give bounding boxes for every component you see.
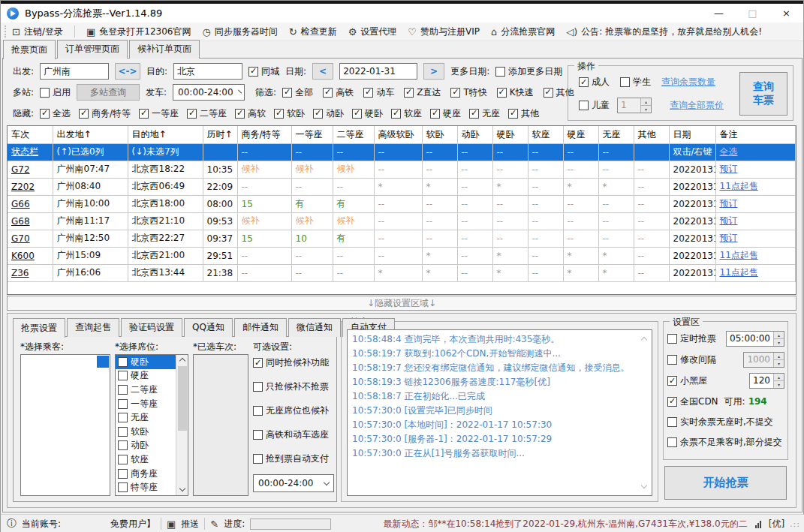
train-number-link[interactable]: G66 (8, 195, 53, 212)
column-header[interactable]: 高级软卧 (374, 126, 422, 143)
national-cdn-checkbox[interactable]: 全国CDN (667, 395, 718, 408)
column-header[interactable]: 硬座 (563, 126, 598, 143)
train-number-link[interactable]: Z202 (8, 178, 53, 195)
partial-submit-checkbox[interactable]: 余票不足乘客时,部分提交 (667, 436, 782, 449)
column-header[interactable]: 车次 (8, 126, 53, 143)
spin-up-icon[interactable]: ▴ (774, 374, 784, 380)
filter-checkbox-1[interactable]: 高铁 (323, 86, 354, 99)
toolbar-item-website[interactable]: ⌂分流抢票官网 (491, 26, 555, 38)
hide-checkbox-2[interactable]: 一等座 (139, 107, 179, 120)
hidden-settings-divider[interactable]: ↓隐藏设置区域↓ (7, 296, 796, 311)
bottom-tab-5[interactable]: 微信通知 (288, 318, 341, 337)
train-row[interactable]: G70广州南12:50北京西22:2709:371510有-----------… (8, 230, 796, 247)
grab-option-checkbox-2[interactable]: 无座席位也候补 (253, 404, 329, 417)
query-remaining-link[interactable]: 查询余票数量 (661, 76, 715, 89)
column-header[interactable]: 动卧 (457, 126, 492, 143)
black-room-checkbox[interactable]: 小黑屋 (667, 374, 707, 387)
train-row[interactable]: G72广州南07:47北京西18:2210:35候补候补候补----------… (8, 161, 796, 178)
modify-interval-checkbox[interactable]: 修改间隔 (667, 353, 716, 366)
from-input[interactable] (40, 63, 109, 80)
to-input[interactable] (173, 63, 242, 80)
prev-date-button[interactable]: < (312, 63, 333, 80)
seat-item-6[interactable]: 动卧 (116, 439, 176, 453)
timed-grab-checkbox[interactable]: 定时抢票 (667, 332, 716, 345)
grab-option-checkbox-3[interactable]: 高铁和动车选座 (253, 428, 329, 441)
column-header[interactable]: 日期 (669, 126, 715, 143)
column-header[interactable]: 硬卧 (492, 126, 528, 143)
column-header[interactable]: 软卧 (422, 126, 457, 143)
status-row-link[interactable]: 状态栏 (8, 143, 53, 161)
bottom-tab-4[interactable]: 邮件通知 (234, 318, 287, 337)
timed-grab-stepper[interactable]: 05:00:00▴▾ (726, 331, 784, 347)
column-header[interactable]: 一等座 (291, 126, 333, 143)
seat-item-3[interactable]: 一等座 (116, 397, 176, 411)
hide-checkbox-1[interactable]: 商务/特等 (79, 107, 131, 120)
toolbar-item-vip[interactable]: ♡赞助与注册VIP (408, 26, 480, 38)
grab-option-checkbox-1[interactable]: 只抢候补不抢票 (253, 380, 329, 393)
black-room-stepper[interactable]: 120▴▾ (749, 373, 784, 389)
train-number-link[interactable]: G68 (8, 212, 53, 230)
booking-link[interactable]: 预订 (715, 161, 796, 178)
spin-down-icon[interactable]: ▾ (774, 380, 784, 388)
seat-item-4[interactable]: 无座 (116, 410, 176, 425)
student-checkbox[interactable]: 学生 (620, 76, 651, 89)
multi-query-button[interactable]: 多站查询 (77, 84, 140, 101)
seat-item-2[interactable]: 二等座 (116, 383, 176, 397)
seat-scrollbar[interactable] (176, 355, 188, 495)
spin-up-icon[interactable]: ▴ (774, 332, 784, 338)
main-tab-0[interactable]: 抢票页面 (3, 40, 56, 59)
next-date-button[interactable]: > (423, 63, 444, 80)
filter-checkbox-5[interactable]: K快速 (497, 86, 534, 99)
spin-up-icon[interactable]: ▴ (641, 98, 651, 105)
query-tickets-button[interactable]: 查询车票 (739, 72, 787, 116)
spin-down-icon[interactable]: ▾ (774, 359, 784, 367)
no-seat-skip-checkbox[interactable]: 实时余票无座时,不提交 (667, 416, 773, 428)
column-header[interactable]: 二等座 (333, 126, 374, 143)
filter-checkbox-4[interactable]: T特快 (450, 86, 486, 99)
multi-enable-checkbox[interactable]: 启用 (40, 86, 71, 99)
hide-checkbox-10[interactable]: 无座 (469, 107, 500, 120)
modify-interval-stepper[interactable]: 1000▴▾ (743, 352, 784, 368)
train-number-link[interactable]: Z36 (8, 264, 53, 281)
booking-link[interactable]: 11点起售 (715, 247, 796, 264)
date-input[interactable] (339, 63, 417, 80)
hide-checkbox-0[interactable]: 全选 (40, 107, 71, 120)
status-cell[interactable]: 全选 (715, 143, 796, 161)
bottom-tab-3[interactable]: QQ通知 (184, 318, 233, 337)
train-row[interactable]: G66广州南10:00北京西18:0008:0015有有------------… (8, 195, 796, 212)
column-header[interactable]: 商务/特等 (237, 126, 291, 143)
train-row[interactable]: K600广州15:09北京西21:0029:51--------*--*--**… (8, 247, 796, 264)
bottom-tab-1[interactable]: 查询起售 (67, 318, 119, 337)
column-header[interactable]: 无座 (598, 126, 634, 143)
seat-item-7[interactable]: 软座 (116, 452, 176, 467)
toolbar-item-check-update[interactable]: ↻检查更新 (289, 26, 337, 38)
hide-checkbox-9[interactable]: 硬座 (430, 107, 461, 120)
maximize-button[interactable]: □ (736, 8, 769, 19)
spin-down-icon[interactable]: ▾ (641, 105, 651, 113)
booking-link[interactable]: 11点起售 (715, 264, 796, 281)
column-header[interactable]: 其他 (634, 126, 669, 143)
same-city-checkbox[interactable]: 同城 (248, 65, 279, 78)
seat-item-8[interactable]: 商务座 (116, 467, 176, 481)
toolbar-item-sync-time[interactable]: ◷同步服务器时间 (202, 26, 277, 38)
add-more-dates-checkbox[interactable]: 添加更多日期 (495, 65, 562, 78)
seat-item-0[interactable]: 硬卧 (116, 355, 176, 369)
seat-item-9[interactable]: 特等座 (116, 480, 176, 494)
main-tab-2[interactable]: 候补订单页面 (129, 40, 200, 59)
toolbar-item-set-proxy[interactable]: ⚙设置代理 (348, 26, 397, 38)
status-row[interactable]: 状态栏(↑)已选0列(↓)未选7列--------------------双击/… (8, 143, 796, 161)
spin-down-icon[interactable]: ▾ (774, 338, 784, 346)
scroll-down-icon[interactable] (179, 485, 185, 491)
train-number-link[interactable]: K600 (8, 247, 53, 264)
train-row[interactable]: Z202广州08:40北京西06:4922:09------**--*--**-… (8, 178, 796, 195)
child-count-stepper[interactable]: 1▴▾ (617, 98, 652, 113)
scroll-up-icon[interactable] (179, 358, 185, 364)
hide-checkbox-7[interactable]: 硬卧 (352, 107, 383, 120)
column-header[interactable]: 备注 (715, 126, 796, 143)
hide-checkbox-3[interactable]: 二等座 (187, 107, 227, 120)
booking-link[interactable]: 预订 (715, 230, 796, 247)
grab-option-checkbox-4[interactable]: 抢到票自动支付 (253, 452, 329, 465)
output-listbox[interactable]: 10:58:48:4 查询完毕，本次查询共用时:435毫秒。10:58:19:7… (347, 329, 652, 496)
start-grab-button[interactable]: 开始抢票 (664, 466, 787, 500)
column-header[interactable]: 目的地↑ (128, 126, 203, 143)
